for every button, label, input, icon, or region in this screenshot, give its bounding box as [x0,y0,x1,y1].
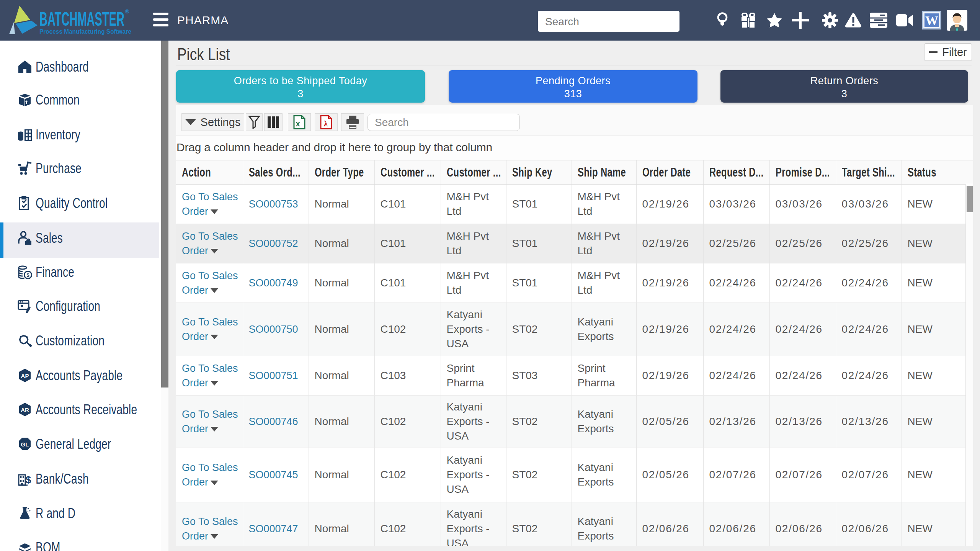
svg-text:$: $ [26,474,31,486]
svg-text:GL: GL [21,441,29,448]
svg-text:AR: AR [21,407,29,413]
svg-text:®: ® [125,8,129,15]
svg-text:W: W [925,13,938,28]
svg-text:Process Manufacturing Software: Process Manufacturing Software [39,28,131,35]
svg-text:BATCHMASTER: BATCHMASTER [39,8,124,30]
svg-text:x: x [296,119,300,128]
svg-text:AP: AP [21,373,29,379]
svg-text:λ: λ [324,119,328,128]
svg-text:$: $ [26,272,29,278]
